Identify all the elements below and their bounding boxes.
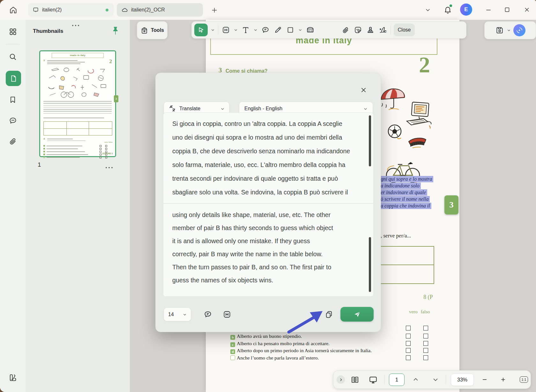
stamp-tool-button[interactable] bbox=[366, 25, 375, 35]
actual-size-label: 1:1 bbox=[520, 376, 528, 383]
doc-checkbox bbox=[406, 334, 411, 338]
item-text: Alberto ci ha pensato molto prima di acc… bbox=[237, 341, 330, 346]
sidebar-item-thumbnails[interactable] bbox=[6, 71, 21, 86]
avatar[interactable]: E bbox=[460, 4, 472, 16]
select-tool-button[interactable] bbox=[194, 24, 208, 36]
dialog-comment-button[interactable] bbox=[203, 309, 212, 319]
doc-checkbox bbox=[406, 341, 411, 346]
ai-assistant-button[interactable] bbox=[513, 24, 525, 36]
thumbnail-footer: LEZIONE 3 bbox=[102, 152, 113, 155]
sidebar-item-bookmarks[interactable] bbox=[8, 95, 18, 105]
chevron-down-icon bbox=[363, 107, 368, 111]
translated-line: using only details like shape, material,… bbox=[172, 210, 331, 219]
app-window: italien(2) italien(2)_OCR E bbox=[0, 0, 536, 392]
maximize-icon bbox=[504, 7, 510, 13]
panel-menu-dots[interactable] bbox=[71, 22, 80, 27]
save-ai-toolbar bbox=[484, 21, 536, 39]
minimize-button[interactable] bbox=[484, 6, 493, 14]
sticker-tool-button[interactable] bbox=[353, 25, 363, 35]
translate-dialog: Translate English - English Si gioca in … bbox=[155, 73, 381, 332]
item-badge: b bbox=[230, 335, 235, 340]
chat-bubble-icon bbox=[9, 116, 17, 125]
thumbnail-doodles bbox=[44, 66, 110, 99]
page-icon bbox=[10, 75, 18, 83]
unsaved-dot bbox=[106, 9, 108, 11]
tools-icon bbox=[140, 26, 148, 34]
thumbnail-menu-dots[interactable] bbox=[105, 164, 113, 170]
doc-checkbox bbox=[406, 326, 411, 330]
card-divider bbox=[163, 203, 373, 204]
shape-tool-chevron[interactable] bbox=[298, 28, 302, 32]
home-button[interactable] bbox=[6, 3, 20, 17]
select-tool-chevron[interactable] bbox=[211, 28, 215, 32]
maximize-button[interactable] bbox=[502, 5, 512, 14]
source-scrollbar[interactable] bbox=[369, 115, 371, 166]
dialog-highlight-button[interactable] bbox=[222, 309, 232, 319]
send-button[interactable] bbox=[340, 307, 374, 322]
attach-tool-button[interactable] bbox=[341, 25, 350, 35]
translated-line: correctly, pair B may write the name in … bbox=[172, 250, 323, 258]
thumbnail-side-tab: 3 bbox=[114, 95, 118, 102]
text-tool-chevron[interactable] bbox=[253, 28, 258, 32]
zoom-in-button[interactable] bbox=[499, 376, 508, 383]
shape-tool-button[interactable] bbox=[286, 25, 295, 35]
thumbnail-verofalso: vero falso bbox=[104, 141, 113, 143]
page-number-input[interactable]: 1 bbox=[389, 374, 405, 386]
titlebar-expand-button[interactable] bbox=[424, 6, 432, 14]
sidebar-item-attachments[interactable] bbox=[8, 136, 18, 146]
thumbnail-page-1[interactable]: made in italy 2 3 4 bbox=[39, 50, 116, 157]
previous-page-button[interactable] bbox=[411, 376, 420, 383]
close-window-button[interactable] bbox=[522, 5, 532, 14]
doc-page-ref: 8 (P bbox=[423, 294, 433, 301]
expand-statusbar-button[interactable] bbox=[337, 375, 345, 384]
translated-scrollbar[interactable] bbox=[369, 237, 371, 292]
sidebar-item-themes[interactable] bbox=[8, 373, 18, 382]
page-layout-button[interactable] bbox=[349, 374, 360, 385]
tools-button[interactable]: Tools bbox=[137, 21, 168, 39]
close-tools-button[interactable]: Close bbox=[394, 24, 415, 36]
tab-italien2[interactable]: italien(2) bbox=[28, 3, 114, 17]
measure-tool-button[interactable] bbox=[305, 25, 315, 35]
page-number-value: 1 bbox=[395, 377, 398, 383]
save-button[interactable] bbox=[495, 25, 504, 35]
new-tab-button[interactable] bbox=[209, 4, 220, 16]
pin-panel-button[interactable] bbox=[111, 26, 119, 36]
item-text: Alberto avrà un buono stipendio. bbox=[237, 333, 302, 339]
plus-icon bbox=[211, 7, 218, 14]
highlight-tool-chevron[interactable] bbox=[234, 28, 238, 32]
sidebar-item-search[interactable] bbox=[8, 52, 18, 62]
sidebar-item-comments[interactable] bbox=[8, 116, 18, 125]
copy-result-button[interactable] bbox=[324, 309, 334, 319]
translated-line: member of pair B has thirty seconds to g… bbox=[172, 223, 333, 232]
doc-checkbox bbox=[423, 348, 428, 353]
highlighted-text-line: a indicandone solo bbox=[380, 183, 421, 189]
signature-tool-button[interactable] bbox=[378, 25, 388, 35]
item-text: Anche l’uomo che parla lavora all’estero… bbox=[237, 355, 319, 360]
sidebar-item-apps[interactable] bbox=[8, 27, 18, 36]
translated-line: guess the names of six objects wins. bbox=[172, 276, 273, 285]
dialog-close-button[interactable] bbox=[359, 85, 368, 95]
font-size-dropdown[interactable]: 14 bbox=[164, 308, 191, 321]
pen-tool-button[interactable] bbox=[273, 25, 283, 35]
doc-checkbox bbox=[423, 326, 428, 330]
zoom-out-button[interactable] bbox=[480, 376, 489, 383]
highlight-tool-button[interactable] bbox=[221, 25, 231, 35]
source-line: solo farma, materiale, uso, ecc. L'altro… bbox=[172, 160, 345, 169]
comment-tool-button[interactable] bbox=[261, 25, 270, 35]
tab-italien2-ocr[interactable]: italien(2)_OCR bbox=[117, 3, 203, 17]
presentation-mode-button[interactable] bbox=[367, 374, 379, 385]
doc-checkbox bbox=[423, 355, 428, 360]
highlighted-text-line: gni qui sopra e lo mostra bbox=[380, 176, 433, 182]
notifications-button[interactable] bbox=[442, 4, 453, 15]
zoom-level-input[interactable]: 33% bbox=[451, 374, 474, 386]
next-page-button[interactable] bbox=[431, 376, 440, 383]
item-badge: d bbox=[230, 349, 235, 354]
actual-size-button[interactable]: 1:1 bbox=[518, 374, 529, 385]
computer-drawing bbox=[404, 101, 435, 129]
left-sidebar bbox=[0, 20, 26, 392]
doc-list-item: Anche l’uomo che parla lavora all’estero… bbox=[230, 355, 319, 361]
source-line: Si gioca in coppia, contro un 'altra cop… bbox=[172, 119, 342, 128]
thumbnail-doc-title: made in italy bbox=[52, 53, 104, 58]
text-tool-button[interactable] bbox=[241, 25, 250, 35]
save-options-chevron[interactable] bbox=[507, 28, 511, 33]
